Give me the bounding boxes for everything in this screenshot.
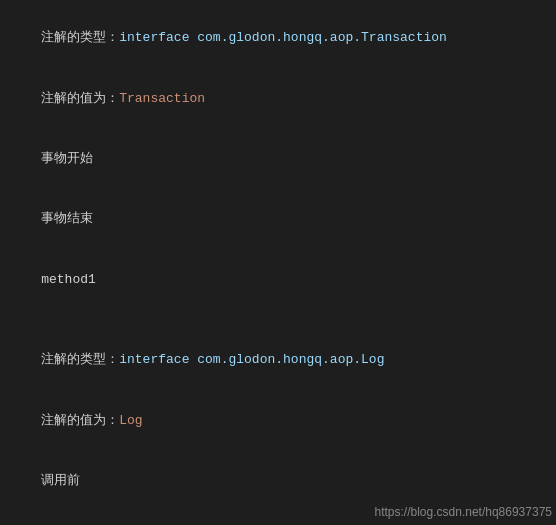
annotation-val-value-1: Transaction xyxy=(119,91,205,106)
method-1: method1 xyxy=(41,272,96,287)
watermark: https://blog.csdn.net/hq86937375 xyxy=(375,505,552,519)
line-1: 注解的类型：interface com.glodon.hongq.aop.Tra… xyxy=(10,8,546,68)
line-8: 调用前 xyxy=(10,451,546,511)
annotation-val-value-2: Log xyxy=(119,413,142,428)
line-6: 注解的类型：interface com.glodon.hongq.aop.Log xyxy=(10,330,546,390)
line-2: 注解的值为：Transaction xyxy=(10,68,546,128)
event-start-1: 事物开始 xyxy=(41,151,93,166)
annotation-type-value-2: interface com.glodon.hongq.aop.Log xyxy=(119,352,384,367)
event-before-1: 调用前 xyxy=(41,473,80,488)
annotation-type-label-2: 注解的类型： xyxy=(41,352,119,367)
event-end-1: 事物结束 xyxy=(41,211,93,226)
line-3: 事物开始 xyxy=(10,129,546,189)
line-5: method1 xyxy=(10,250,546,310)
line-7: 注解的值为：Log xyxy=(10,391,546,451)
annotation-val-label-2: 注解的值为： xyxy=(41,413,119,428)
empty-1 xyxy=(10,310,546,330)
line-4: 事物结束 xyxy=(10,189,546,249)
terminal-output: 注解的类型：interface com.glodon.hongq.aop.Tra… xyxy=(0,0,556,525)
annotation-type-label-1: 注解的类型： xyxy=(41,30,119,45)
annotation-val-label-1: 注解的值为： xyxy=(41,91,119,106)
annotation-type-value-1: interface com.glodon.hongq.aop.Transacti… xyxy=(119,30,447,45)
